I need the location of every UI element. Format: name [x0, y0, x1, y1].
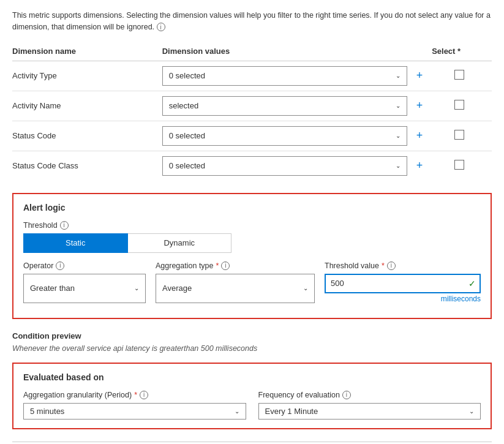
aggregation-gran-required-star: * — [134, 391, 137, 399]
dim-chevron-icon-1: ⌄ — [396, 102, 401, 109]
dim-select-cell-3 — [432, 151, 492, 181]
dim-values-dropdown-3[interactable]: 0 selected ⌄ — [162, 156, 407, 176]
table-row: Activity Name selected ⌄ + — [12, 91, 492, 121]
dynamic-toggle[interactable]: Dynamic — [128, 233, 232, 253]
table-row: Activity Type 0 selected ⌄ + — [12, 61, 492, 91]
dim-name-cell-1: Activity Name — [12, 91, 162, 121]
dim-dropdown-wrapper-3: 0 selected ⌄ + — [162, 156, 427, 176]
dim-plus-button-1[interactable]: + — [412, 99, 427, 113]
aggregation-info-icon[interactable]: i — [221, 262, 230, 270]
dim-chevron-icon-3: ⌄ — [396, 162, 401, 169]
footer-divider — [12, 442, 492, 442]
dim-select-cell-0 — [432, 61, 492, 91]
table-row: Status Code Class 0 selected ⌄ + — [12, 151, 492, 181]
operator-dropdown[interactable]: Greater than ⌄ — [23, 274, 146, 303]
dim-checkbox-0[interactable] — [454, 70, 464, 80]
dimension-table: Dimension name Dimension values Select *… — [12, 43, 492, 181]
condition-preview-text: Whenever the overall service api latency… — [12, 344, 492, 353]
dim-values-cell-3: 0 selected ⌄ + — [162, 151, 432, 181]
frequency-evaluation-dropdown[interactable]: Every 1 Minute ⌄ — [258, 403, 481, 420]
info-icon[interactable]: i — [157, 23, 165, 31]
dim-dropdown-wrapper-2: 0 selected ⌄ + — [162, 126, 427, 146]
dim-plus-button-0[interactable]: + — [412, 69, 427, 83]
dim-plus-button-2[interactable]: + — [412, 129, 427, 143]
dim-values-dropdown-1[interactable]: selected ⌄ — [162, 96, 407, 116]
dim-select-cell-2 — [432, 121, 492, 151]
threshold-toggle-group: Static Dynamic — [23, 233, 231, 253]
dim-checkbox-3[interactable] — [454, 160, 464, 170]
evaluated-based-on-section: Evaluated based on Aggregation granulari… — [12, 363, 492, 429]
operator-group: Operator i Greater than ⌄ — [23, 262, 146, 303]
info-text: This metric supports dimensions. Selecti… — [12, 10, 492, 33]
aggregation-required-star: * — [216, 262, 219, 270]
threshold-info-icon[interactable]: i — [60, 221, 69, 230]
alert-logic-section: Alert logic Threshold i Static Dynamic O… — [12, 193, 492, 319]
dim-name-cell-0: Activity Type — [12, 61, 162, 91]
operator-chevron-icon: ⌄ — [134, 285, 139, 292]
frequency-eval-chevron-icon: ⌄ — [469, 408, 474, 415]
eval-form-row: Aggregation granularity (Period) * i 5 m… — [23, 391, 481, 420]
dim-select-header: Select * — [432, 43, 492, 61]
dim-dropdown-wrapper-0: 0 selected ⌄ + — [162, 66, 427, 86]
dim-checkbox-1[interactable] — [454, 100, 464, 110]
aggregation-type-group: Aggregation type * i Average ⌄ — [156, 262, 315, 303]
operator-info-icon[interactable]: i — [56, 262, 64, 270]
aggregation-granularity-dropdown[interactable]: 5 minutes ⌄ — [23, 403, 246, 420]
condition-preview-section: Condition preview Whenever the overall s… — [12, 329, 492, 353]
table-row: Status Code 0 selected ⌄ + — [12, 121, 492, 151]
static-toggle[interactable]: Static — [23, 233, 128, 253]
aggregation-chevron-icon: ⌄ — [303, 285, 308, 292]
unit-text: milliseconds — [325, 295, 481, 303]
threshold-required-star: * — [382, 262, 385, 270]
frequency-eval-label: Frequency of evaluation i — [258, 391, 481, 399]
dim-select-cell-1 — [432, 91, 492, 121]
frequency-evaluation-group: Frequency of evaluation i Every 1 Minute… — [258, 391, 481, 420]
alert-logic-form-row: Operator i Greater than ⌄ Aggregation ty… — [23, 262, 481, 303]
dim-checkbox-2[interactable] — [454, 130, 464, 140]
threshold-value-info-icon[interactable]: i — [387, 262, 396, 270]
threshold-label: Threshold i — [23, 221, 481, 230]
dim-dropdown-wrapper-1: selected ⌄ + — [162, 96, 427, 116]
dim-name-cell-3: Status Code Class — [12, 151, 162, 181]
threshold-value-input[interactable] — [325, 274, 481, 293]
dim-values-cell-0: 0 selected ⌄ + — [162, 61, 432, 91]
checkmark-icon: ✓ — [468, 279, 476, 288]
dim-chevron-icon-0: ⌄ — [396, 72, 401, 79]
aggregation-gran-chevron-icon: ⌄ — [235, 408, 239, 415]
dim-values-dropdown-2[interactable]: 0 selected ⌄ — [162, 126, 407, 146]
dim-values-dropdown-0[interactable]: 0 selected ⌄ — [162, 66, 407, 86]
threshold-value-group: Threshold value * i ✓ milliseconds — [325, 262, 481, 303]
dim-values-header: Dimension values — [162, 43, 432, 61]
operator-label: Operator i — [23, 262, 146, 270]
dim-chevron-icon-2: ⌄ — [396, 132, 401, 139]
aggregation-type-dropdown[interactable]: Average ⌄ — [156, 274, 315, 303]
aggregation-label: Aggregation type * i — [156, 262, 315, 270]
threshold-value-label: Threshold value * i — [325, 262, 481, 270]
frequency-eval-info-icon[interactable]: i — [342, 391, 351, 399]
dim-name-header: Dimension name — [12, 43, 162, 61]
alert-logic-title: Alert logic — [23, 203, 481, 213]
evaluated-section-title: Evaluated based on — [23, 372, 481, 382]
condition-preview-title: Condition preview — [12, 331, 492, 341]
dim-values-cell-2: 0 selected ⌄ + — [162, 121, 432, 151]
dim-name-cell-2: Status Code — [12, 121, 162, 151]
aggregation-granularity-group: Aggregation granularity (Period) * i 5 m… — [23, 391, 246, 420]
dim-values-cell-1: selected ⌄ + — [162, 91, 432, 121]
aggregation-granularity-label: Aggregation granularity (Period) * i — [23, 391, 246, 399]
dim-plus-button-3[interactable]: + — [412, 159, 427, 173]
aggregation-gran-info-icon[interactable]: i — [140, 391, 148, 399]
threshold-input-wrapper: ✓ — [325, 274, 481, 293]
